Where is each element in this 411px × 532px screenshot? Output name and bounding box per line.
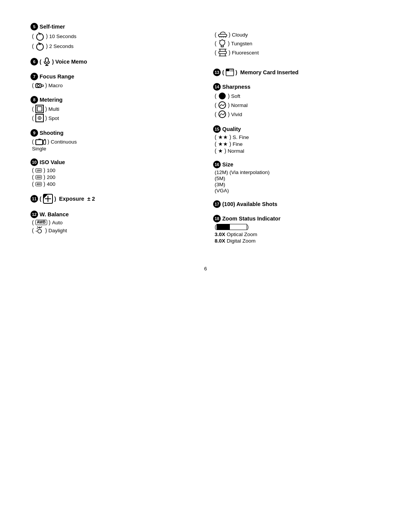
size-5m-label: (5M) [215, 176, 225, 181]
section-focus-range: 7 Focus Range ( ) Macro [30, 73, 198, 89]
iso-200-label: 200 [47, 174, 56, 180]
title-size: Size [222, 161, 233, 168]
title-exposure: Exposure [59, 196, 84, 202]
num-10: 10 [30, 158, 38, 166]
zoom-digital: 8.0X Digital Zoom [215, 238, 381, 244]
title-quality: Quality [222, 126, 241, 132]
metering-spot-label: Spot [48, 115, 59, 121]
svg-point-34 [220, 40, 225, 45]
awb-icon: AWB [35, 220, 47, 225]
svg-line-38 [225, 40, 225, 41]
svg-rect-14 [36, 105, 43, 113]
title-available-shots: (100) Available Shots [222, 201, 277, 207]
metering-multi-label: Multi [48, 106, 59, 112]
title-wb: W. Balance [40, 211, 69, 217]
wb-cloudy: ( ) Cloudy [215, 31, 381, 38]
section-wb: 12 W. Balance ( AWB ) Auto ( [30, 211, 198, 235]
wb-fluorescent-label: Fluorescent [232, 50, 259, 56]
self-timer-2s-label: 2 Seconds [49, 43, 73, 49]
title-self-timer: Self-timer [40, 24, 65, 30]
section-title-focus-range: 7 Focus Range [30, 73, 198, 80]
section-self-timer: 5 Self-timer ( ) 10 Seconds [30, 23, 198, 51]
digital-zoom-value: 8.0X [215, 238, 225, 244]
num-18: 18 [213, 215, 221, 222]
size-3m-label: (3M) [215, 182, 225, 187]
section-title-voice-memo: 6 ( ) Voice Memo [30, 58, 198, 66]
exposure-suffix: ± 2 [87, 196, 95, 202]
section-title-iso: 10 ISO Value [30, 158, 198, 166]
sharpness-normal: ( ) Normal [215, 101, 381, 109]
cloudy-icon [218, 31, 227, 38]
section-title-sharpness: 14 Sharpness [213, 83, 381, 91]
title-focus-range: Focus Range [40, 73, 74, 80]
shooting-continuous-icon [35, 138, 46, 145]
num-15: 15 [213, 125, 221, 133]
title-shooting: Shooting [40, 130, 64, 136]
quality-sfine-stars: ★★ [218, 134, 228, 140]
num-16: 16 [213, 161, 221, 168]
num-11: 11 [30, 195, 38, 203]
svg-line-37 [219, 40, 220, 41]
zoom-bar: ( ) [215, 224, 381, 230]
metering-spot-icon [35, 114, 44, 122]
wb-tungsten: ( ) Tungsten [215, 39, 381, 48]
size-vga: (VGA) [215, 188, 381, 193]
focus-macro: ( ) Macro [32, 81, 198, 89]
section-title-quality: 15 Quality [213, 125, 381, 133]
zoom-optical: 3.0X Optical Zoom [215, 232, 381, 237]
iso-200-icon: 200 [35, 175, 42, 179]
section-quality: 15 Quality ( ★★ ) S. Fine ( ★★ ) Fine ( [213, 125, 381, 154]
quality-normal: ( ★ ) Normal [215, 148, 381, 154]
self-timer-2s: ( 2s ) 2 Seconds [32, 42, 198, 51]
section-title-memory-card: 13 ( ) Memory Card Inserted [213, 69, 381, 76]
wb-daylight-label: Daylight [48, 228, 67, 233]
daylight-icon [35, 226, 44, 235]
zoom-bar-empty [230, 224, 247, 230]
shooting-single-label: Single [32, 146, 46, 152]
section-zoom-status: 18 Zoom Status Indicator ( ) 3.0X Optica… [213, 215, 381, 244]
quality-normal-label: Normal [228, 148, 244, 154]
section-title-wb: 12 W. Balance [30, 211, 198, 218]
svg-point-11 [37, 85, 40, 87]
num-8: 8 [30, 96, 38, 104]
svg-rect-29 [218, 34, 227, 37]
sharpness-vivid-label: Vivid [231, 112, 242, 117]
size-5m: (5M) [215, 176, 381, 181]
iso-100-label: 100 [47, 168, 56, 173]
title-zoom-status: Zoom Status Indicator [222, 216, 280, 222]
tungsten-icon [218, 39, 226, 48]
mic-icon [43, 58, 51, 66]
num-7: 7 [30, 73, 38, 80]
quality-sfine-label: S. Fine [233, 134, 249, 140]
shooting-single: Single [32, 146, 198, 152]
title-voice-memo: Voice Memo [55, 59, 87, 65]
size-vga-label: (VGA) [215, 188, 229, 193]
sharpness-normal-label: Normal [231, 102, 248, 108]
section-title-zoom-status: 18 Zoom Status Indicator [213, 215, 381, 222]
wb-daylight: ( ) Daylight [32, 226, 198, 235]
size-12m: (12M) (Via interpolation) [215, 169, 381, 175]
section-metering: 8 Metering ( ) Multi ( [30, 96, 198, 122]
wb-fluorescent: ( ) Fluorescent [215, 49, 381, 56]
quality-fine-stars: ★★ [218, 141, 228, 147]
section-title-available-shots: 17 (100) Available Shots [213, 200, 381, 208]
wb-auto-label: Auto [52, 220, 63, 225]
metering-multi-icon [35, 105, 44, 113]
section-available-shots: 17 (100) Available Shots [213, 200, 381, 208]
section-title-shooting: 9 Shooting [30, 129, 198, 137]
svg-marker-47 [226, 69, 229, 71]
iso-400: ( 400 ) 400 [32, 181, 198, 187]
zoom-bar-outer [217, 224, 247, 230]
svg-point-18 [39, 118, 40, 119]
svg-rect-15 [37, 107, 42, 111]
section-exposure: 11 ( ) Exposure ± 2 [30, 194, 198, 204]
quality-sfine: ( ★★ ) S. Fine [215, 134, 381, 140]
iso-100: ( 100 IS◯ ) 100 [32, 167, 198, 173]
section-size: 16 Size (12M) (Via interpolation) (5M) (… [213, 161, 381, 193]
quality-fine-label: Fine [233, 141, 242, 147]
optical-zoom-text: Optical Zoom [227, 232, 257, 237]
svg-rect-39 [219, 51, 226, 54]
optical-zoom-value: 3.0X [215, 232, 225, 237]
num-17: 17 [213, 200, 221, 208]
wb-auto: ( AWB ) Auto [32, 219, 198, 225]
